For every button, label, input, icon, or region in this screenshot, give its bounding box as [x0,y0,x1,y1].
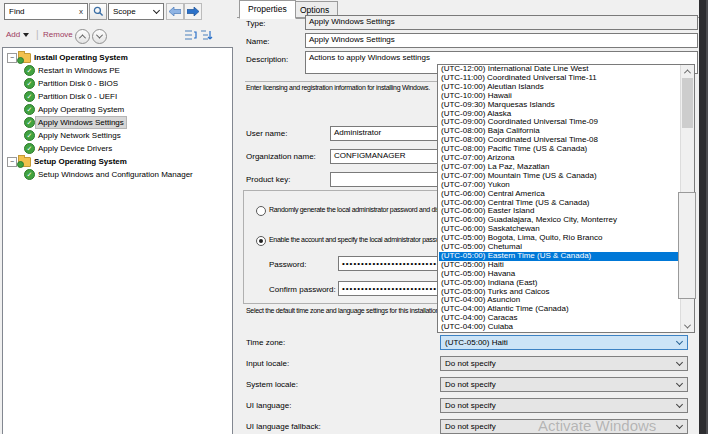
tree-item-label: Partition Disk 0 - BIOS [36,78,120,89]
tree-item-label: Restart in Windows PE [36,65,122,76]
clear-find-icon[interactable]: x [79,7,83,16]
timezone-option[interactable]: (UTC-06:00) Guadalajara, Mexico City, Mo… [439,216,681,225]
type-field: Apply Windows Settings [305,15,698,30]
chevron-down-icon [676,359,683,366]
timezone-option[interactable]: (UTC-09:30) Marquesas Islands [439,101,681,110]
timezone-option[interactable]: (UTC-09:00) Alaska [439,110,681,119]
collapse-icon[interactable]: − [7,53,17,63]
scrollbar-thumb[interactable] [682,78,693,128]
timezone-option[interactable]: (UTC-12:00) International Date Line West [439,65,681,74]
arrow-left-icon [169,7,181,16]
timezone-option[interactable]: (UTC-04:00) Cuiaba [439,323,681,332]
timezone-option[interactable]: (UTC-08:00) Baja California [439,127,681,136]
setting-combobox[interactable]: Do not specify [440,356,688,371]
radio-enable-account[interactable] [256,236,266,246]
timezone-option[interactable]: (UTC-05:00) Turks and Caicos [439,288,681,297]
tree-item[interactable]: Restart in Windows PE [3,64,232,77]
radio-enable-account-label: Enable the account and specify the local… [269,236,450,243]
timezone-option[interactable]: (UTC-06:00) Easter Island [439,207,681,216]
tree-item[interactable]: Apply Windows Settings [3,116,232,129]
search-button[interactable] [89,3,107,20]
add-button-label: Add [6,30,20,39]
tree-group[interactable]: −Install Operating System [3,51,232,64]
timezone-option[interactable]: (UTC-08:00) Pacific Time (US & Canada) [439,145,681,154]
tree-item[interactable]: Apply Network Settings [3,129,232,142]
setting-label: Time zone: [246,338,285,347]
task-sequence-tree: −Install Operating SystemRestart in Wind… [2,47,233,434]
setting-label: UI language fallback: [246,422,321,431]
collapse-all-button[interactable] [200,29,213,44]
timezone-option[interactable]: (UTC-07:00) La Paz, Mazatlan [439,163,681,172]
collapse-icon[interactable]: − [7,157,17,167]
add-button[interactable]: Add [6,30,29,39]
timezone-option[interactable]: (UTC-08:00) Coordinated Universal Time-0… [439,136,681,145]
tree-item[interactable]: Partition Disk 0 - BIOS [3,77,232,90]
timezone-option[interactable]: (UTC-07:00) Arizona [439,154,681,163]
timezone-option[interactable]: (UTC-11:00) Coordinated Universal Time-1… [439,74,681,83]
timezone-option[interactable]: (UTC-10:00) Aleutian Islands [439,83,681,92]
find-next-button[interactable] [184,3,202,20]
find-input[interactable]: Find x [4,3,88,20]
timezone-option[interactable]: (UTC-05:00) Bogota, Lima, Quito, Rio Bra… [439,234,681,243]
type-label: Type: [246,19,266,28]
step-success-icon [24,169,35,180]
product-key-label: Product key: [246,175,290,184]
timezone-option[interactable]: (UTC-06:00) Central America [439,190,681,199]
arrow-right-icon [187,7,199,16]
tree-item-label: Setup Windows and Configuration Manager [36,169,195,180]
setting-combobox[interactable]: Do not specify [440,398,688,413]
timezone-option[interactable]: (UTC-05:00) Chetumal [439,243,681,252]
tree-item[interactable]: Partition Disk 0 - UEFI [3,90,232,103]
scope-dropdown[interactable]: Scope [108,3,164,20]
chevron-down-icon [23,33,29,37]
timezone-option[interactable]: (UTC-05:00) Indiana (East) [439,279,681,288]
setting-combobox[interactable]: Do not specify [440,377,688,392]
move-up-button[interactable] [75,29,90,44]
find-input-value: Find [9,7,25,16]
timezone-combobox[interactable]: (UTC-05:00) Haiti [440,335,688,350]
timezone-option[interactable]: (UTC-09:00) Coordinated Universal Time-0… [439,118,681,127]
step-success-icon [24,130,35,141]
tree-item[interactable]: Apply Operating System [3,103,232,116]
chevron-down-icon [676,401,683,408]
combobox-value: Do not specify [445,401,496,410]
timezone-option[interactable]: (UTC-04:00) Caracas [439,314,681,323]
move-down-button[interactable] [92,29,107,44]
chevron-down-icon [684,321,691,328]
tab-properties[interactable]: Properties [239,0,296,19]
check-icon [17,161,24,168]
timezone-option[interactable]: (UTC-06:00) Saskatchewan [439,225,681,234]
scroll-up-button[interactable] [681,65,694,77]
timezone-option[interactable]: (UTC-05:00) Havana [439,270,681,279]
confirm-password-label: Confirm password: [269,285,336,294]
remove-button[interactable]: Remove [43,30,73,39]
tree-item-label: Apply Device Drivers [36,143,114,154]
licensing-instruction: Enter licensing and registration informa… [246,84,430,91]
chevron-down-icon [153,7,160,14]
find-previous-button[interactable] [166,3,184,20]
timezone-option[interactable]: (UTC-10:00) Hawaii [439,92,681,101]
timezone-option[interactable]: (UTC-07:00) Yukon [439,181,681,190]
tree-item[interactable]: Apply Device Drivers [3,142,232,155]
chevron-down-icon [676,380,683,387]
expand-all-button[interactable] [184,29,197,44]
step-success-icon [24,117,35,128]
step-success-icon [24,104,35,115]
timezone-option[interactable]: (UTC-07:00) Mountain Time (US & Canada) [439,172,681,181]
name-field[interactable]: Apply Windows Settings [305,33,698,48]
groupbox-paint-artifact [678,192,696,299]
timezone-option[interactable]: (UTC-04:00) Atlantic Time (Canada) [439,305,681,314]
tree-group[interactable]: −Setup Operating System [3,155,232,168]
tree-item[interactable]: Setup Windows and Configuration Manager [3,168,232,181]
timezone-option[interactable]: (UTC-04:00) Asuncion [439,296,681,305]
setting-label: UI language: [246,401,291,410]
tree-item-label: Apply Network Settings [36,130,123,141]
timezone-dropdown-list: (UTC-12:00) International Date Line West… [437,64,695,333]
scroll-down-button[interactable] [681,320,694,332]
tree-group-label: Setup Operating System [32,156,129,167]
organization-name-label: Organization name: [246,152,316,161]
timezone-option[interactable]: (UTC-06:00) Central Time (US & Canada) [439,199,681,208]
timezone-option[interactable]: (UTC-05:00) Eastern Time (US & Canada) [439,252,681,261]
radio-random-password[interactable] [256,206,266,216]
timezone-option[interactable]: (UTC-05:00) Haiti [439,261,681,270]
